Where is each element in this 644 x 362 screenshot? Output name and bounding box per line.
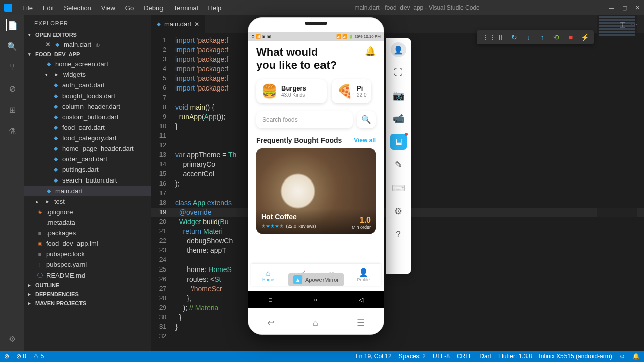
minimize-button[interactable]: — — [609, 5, 614, 11]
menu-selection[interactable]: Selection — [60, 2, 95, 14]
tree-item-order_card-dart[interactable]: ◆order_card.dart — [24, 154, 151, 164]
outline-section[interactable]: ▸OUTLINE — [24, 281, 151, 290]
file-icon: ≡ — [36, 230, 43, 236]
tool-settings-icon[interactable]: ⚙ — [390, 203, 407, 219]
tree-item-home_screen-dart[interactable]: ◆home_screen.dart — [24, 59, 151, 69]
open-editor-item[interactable]: ✕ ◆ main.dart lib — [24, 39, 151, 50]
tree-item-test[interactable]: ▸▸test — [24, 196, 151, 207]
tree-item-search_button-dart[interactable]: ◆search_button.dart — [24, 175, 151, 186]
close-editor-icon[interactable]: ✕ — [45, 41, 51, 48]
dependencies-section[interactable]: ▸DEPENDENCIES — [24, 290, 151, 299]
maven-section[interactable]: ▸MAVEN PROJECTS — [24, 299, 151, 308]
tree-item-pubspec-lock[interactable]: ≡pubspec.lock — [24, 249, 151, 259]
eol[interactable]: CRLF — [457, 353, 472, 360]
tree-item--gitignore[interactable]: ◈.gitignore — [24, 207, 151, 217]
search-input[interactable]: Search foods — [256, 111, 353, 128]
tree-item-main-dart[interactable]: ◆main.dart — [24, 186, 151, 196]
avatar-icon[interactable]: 👤 — [391, 42, 406, 57]
folder-icon: ▸ — [44, 198, 51, 205]
flask-icon[interactable]: ⚗ — [6, 125, 18, 137]
explorer-icon[interactable]: 📄 — [6, 19, 18, 31]
category-card-pizza[interactable]: 🍕 Pi22.0 — [332, 79, 371, 103]
notification-bell-icon[interactable]: 🔔 — [365, 46, 376, 57]
drag-handle-icon[interactable]: ⋮⋮ — [482, 33, 490, 41]
nav-home[interactable]: ⌂Home — [262, 268, 274, 282]
problems-errors[interactable]: ⊘ 0 — [16, 353, 26, 360]
menu-edit[interactable]: Edit — [39, 2, 58, 14]
menu-file[interactable]: File — [18, 2, 37, 14]
notifications-icon[interactable]: 🔔 — [632, 353, 640, 360]
android-home-icon[interactable]: ○ — [313, 296, 317, 303]
android-back-icon[interactable]: ◁ — [359, 296, 363, 303]
tree-item-pubspec-yaml[interactable]: !pubspec.yaml — [24, 259, 151, 270]
food-card[interactable]: Hot Coffee ★★★★★ (22.0 Reviews) 1.0 Min … — [256, 148, 376, 234]
help-icon[interactable]: ？ — [390, 226, 407, 242]
folder-icon: ▸ — [53, 71, 60, 78]
tree-item-column_header-dart[interactable]: ◆column_header.dart — [24, 101, 151, 112]
stop-icon[interactable]: ■ — [567, 33, 575, 41]
restart-icon[interactable]: ⟲ — [552, 33, 560, 41]
mirror-home-icon[interactable]: ⌂ — [313, 318, 318, 328]
step-into-icon[interactable]: ↓ — [524, 33, 532, 41]
tree-item-widgets[interactable]: ▾▸widgets — [24, 69, 151, 80]
tree-item-food_card-dart[interactable]: ◆food_card.dart — [24, 122, 151, 133]
debug-icon[interactable]: ⊘ — [6, 82, 18, 95]
project-section[interactable]: ▾FOOD_DEV_APP — [24, 50, 151, 59]
encoding[interactable]: UTF-8 — [433, 353, 450, 360]
menu-help[interactable]: Help — [204, 2, 226, 14]
source-control-icon[interactable]: ⑂ — [6, 61, 18, 73]
tree-item--metadata[interactable]: ≡.metadata — [24, 217, 151, 228]
fullscreen-icon[interactable]: ⛶ — [390, 64, 407, 80]
step-out-icon[interactable]: ↑ — [538, 33, 546, 41]
search-button[interactable]: 🔍 — [357, 111, 376, 128]
view-all-link[interactable]: View all — [354, 137, 376, 144]
keyboard-icon[interactable]: ⌨ — [390, 180, 407, 196]
step-over-icon[interactable]: ↻ — [510, 33, 518, 41]
device[interactable]: Infinix X5515 (android-arm) — [539, 353, 612, 360]
screen-mirror-icon[interactable]: 🖥 — [390, 134, 407, 150]
cursor-position[interactable]: Ln 19, Col 12 — [356, 353, 391, 360]
settings-gear-icon[interactable]: ⚙ — [6, 333, 18, 345]
search-icon[interactable]: 🔍 — [6, 40, 18, 52]
feedback-icon[interactable]: ☺ — [619, 353, 625, 360]
flutter-version[interactable]: Flutter: 1.3.8 — [498, 353, 532, 360]
min-order-value: 1.0 — [352, 216, 371, 225]
android-recent-icon[interactable]: □ — [269, 296, 272, 303]
tree-item-auth_card-dart[interactable]: ◆auth_card.dart — [24, 80, 151, 90]
tree-item--packages[interactable]: ≡.packages — [24, 228, 151, 238]
mirror-menu-icon[interactable]: ☰ — [357, 317, 365, 328]
mirror-back-icon[interactable]: ↩ — [267, 317, 275, 328]
min-order-label: Min order — [352, 225, 371, 230]
tree-item-food_dev_app-iml[interactable]: ▣food_dev_app.iml — [24, 238, 151, 249]
pause-icon[interactable]: ⏸ — [496, 33, 504, 41]
tree-item-README-md[interactable]: ⓘREADME.md — [24, 270, 151, 281]
tree-item-food_category-dart[interactable]: ◆food_category.dart — [24, 133, 151, 143]
category-card-burgers[interactable]: 🍔 Burgers43.0 Kinds — [256, 79, 327, 103]
nav-profile[interactable]: 👤Profile — [357, 268, 370, 282]
tab-close-icon[interactable]: ✕ — [194, 21, 199, 28]
maximize-button[interactable]: ▢ — [622, 5, 627, 11]
draw-icon[interactable]: ✎ — [390, 157, 407, 173]
language-mode[interactable]: Dart — [479, 353, 491, 360]
menu-go[interactable]: Go — [121, 2, 138, 14]
menu-view[interactable]: View — [97, 2, 119, 14]
menu-debug[interactable]: Debug — [140, 2, 167, 14]
record-icon[interactable]: 📹 — [390, 111, 407, 127]
dart-icon: ◆ — [45, 61, 52, 67]
tree-item-custom_button-dart[interactable]: ◆custom_button.dart — [24, 112, 151, 122]
tree-item-home_page_header-dart[interactable]: ◆home_page_header.dart — [24, 143, 151, 154]
hot-reload-icon[interactable]: ⚡ — [581, 33, 589, 41]
indentation[interactable]: Spaces: 2 — [399, 353, 426, 360]
remote-icon[interactable]: ⊗ — [4, 353, 9, 360]
minimap[interactable] — [597, 15, 637, 351]
open-editors-section[interactable]: ▾OPEN EDITORS — [24, 30, 151, 39]
problems-warnings[interactable]: ⚠ 5 — [33, 353, 44, 360]
close-button[interactable]: ✕ — [635, 5, 640, 11]
extensions-icon[interactable]: ⊞ — [6, 104, 18, 116]
mirror-nav-bar: ↩ ⌂ ☰ — [248, 311, 384, 334]
tab-main-dart[interactable]: ◆ main.dart ✕ — [151, 15, 206, 33]
menu-terminal[interactable]: Terminal — [169, 2, 202, 14]
tree-item-bought_foods-dart[interactable]: ◆bought_foods.dart — [24, 90, 151, 101]
camera-icon[interactable]: 📷 — [390, 87, 407, 104]
tree-item-puttings-dart[interactable]: ◆puttings.dart — [24, 164, 151, 175]
